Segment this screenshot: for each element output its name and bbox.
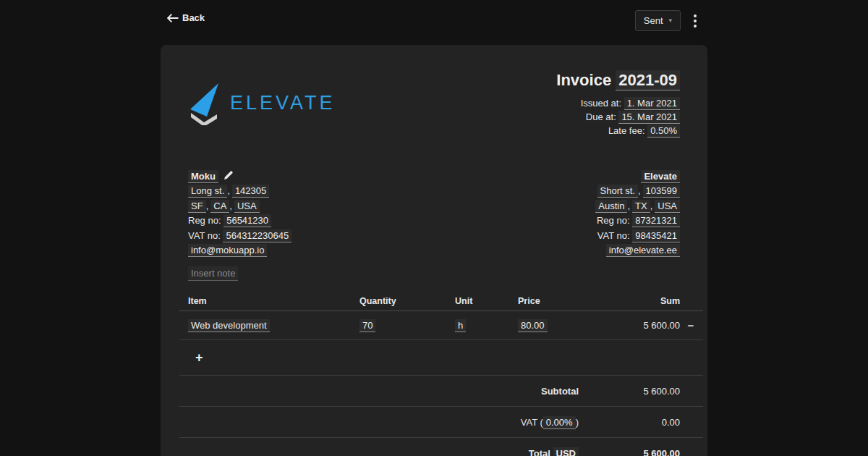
logo-wordmark: ELEVATE [230, 92, 336, 114]
recipient-street-field[interactable]: Short st. [597, 185, 638, 198]
sender-address: Moku Long st.,142305 SF,CA,USA Reg no: 5… [188, 169, 292, 258]
due-at-line: Due at: 15. Mar 2021 [556, 110, 680, 124]
invoice-card: ELEVATE Invoice 2021-09 Issued at: 1. Ma… [161, 45, 707, 456]
more-options-button[interactable] [692, 13, 698, 29]
table-header-row: Item Quantity Unit Price Sum [179, 291, 703, 311]
invoice-head: Invoice 2021-09 Issued at: 1. Mar 2021 D… [556, 71, 680, 138]
issued-at-line: Issued at: 1. Mar 2021 [556, 96, 680, 110]
recipient-address: Elevate Short st.,103599 Austin,TX,USA R… [595, 169, 680, 258]
line-items-table: Item Quantity Unit Price Sum Web develop… [179, 291, 703, 456]
back-label: Back [182, 12, 205, 23]
recipient-vat-field[interactable]: 98435421 [632, 229, 680, 242]
company-logo: ELEVATE [188, 69, 336, 138]
kebab-icon [694, 14, 697, 17]
insert-note-button[interactable]: Insert note [188, 266, 238, 281]
sender-vat-label: VAT no: [188, 230, 221, 241]
header-price: Price [518, 296, 597, 306]
sender-reg-label: Reg no: [188, 215, 221, 226]
recipient-state-field[interactable]: TX [632, 200, 650, 213]
recipient-reg-label: Reg no: [597, 215, 630, 226]
table-row: Web development 70 h 80.00 5 600.00 − [179, 311, 703, 340]
add-row-button[interactable]: + [195, 351, 203, 364]
recipient-country-field[interactable]: USA [655, 200, 680, 213]
invoice-number-field[interactable]: 2021-09 [616, 70, 680, 90]
sender-zip-field[interactable]: 142305 [232, 185, 269, 198]
sender-reg-field[interactable]: 56541230 [224, 214, 271, 227]
recipient-city-field[interactable]: Austin [595, 200, 627, 213]
sender-email-field[interactable]: info@mokuapp.io [188, 244, 267, 257]
sender-city-field[interactable]: SF [188, 200, 206, 213]
item-name-field[interactable]: Web development [188, 319, 270, 332]
sender-street-field[interactable]: Long st. [188, 185, 227, 198]
header-item: Item [188, 296, 359, 306]
vat-label-prefix: VAT ( [521, 417, 543, 428]
header-sum: Sum [597, 296, 680, 306]
sender-country-field[interactable]: USA [234, 200, 260, 213]
issued-at-field[interactable]: 1. Mar 2021 [624, 97, 680, 110]
chevron-down-icon: ▾ [669, 17, 673, 24]
status-dropdown[interactable]: Sent ▾ [635, 10, 681, 31]
late-fee-field[interactable]: 0.50% [647, 124, 680, 138]
vat-rate-field[interactable]: 0.00% [543, 416, 576, 429]
due-at-label: Due at: [586, 111, 616, 122]
issued-at-label: Issued at: [581, 98, 621, 109]
total-value: 5 600.00 [579, 448, 680, 456]
sender-state-field[interactable]: CA [210, 200, 229, 213]
total-label: Total [529, 448, 550, 456]
vat-row: VAT (0.00%) 0.00 [179, 407, 703, 438]
item-price-field[interactable]: 80.00 [518, 319, 548, 332]
item-quantity-field[interactable]: 70 [359, 319, 375, 332]
currency-field[interactable]: USD [553, 447, 579, 456]
logo-arrow-icon [188, 82, 221, 125]
recipient-zip-field[interactable]: 103599 [643, 185, 680, 198]
status-dropdown-value: Sent [644, 15, 663, 26]
item-unit-field[interactable]: h [455, 319, 466, 332]
header-unit: Unit [455, 296, 518, 306]
invoice-header: ELEVATE Invoice 2021-09 Issued at: 1. Ma… [188, 69, 680, 138]
subtotal-value: 5 600.00 [579, 386, 680, 397]
add-row-section: + [179, 340, 703, 376]
back-button[interactable]: Back [167, 12, 205, 23]
late-fee-line: Late fee: 0.50% [556, 124, 680, 138]
sender-vat-field[interactable]: 564312230645 [223, 229, 292, 242]
recipient-vat-label: VAT no: [597, 230, 630, 241]
total-row: Total USD 5 600.00 [179, 438, 703, 456]
edit-sender-button[interactable] [224, 171, 234, 182]
back-arrow-icon [167, 14, 179, 22]
vat-value: 0.00 [579, 417, 680, 428]
item-sum-value: 5 600.00 [597, 320, 680, 331]
late-fee-label: Late fee: [608, 125, 645, 136]
recipient-reg-field[interactable]: 87321321 [632, 214, 680, 227]
subtotal-label: Subtotal [179, 386, 579, 397]
sender-name-field[interactable]: Moku [188, 170, 218, 183]
invoice-title: Invoice 2021-09 [556, 71, 680, 90]
recipient-email-field[interactable]: info@elevate.ee [606, 244, 680, 257]
subtotal-row: Subtotal 5 600.00 [179, 376, 703, 407]
due-at-field[interactable]: 15. Mar 2021 [618, 111, 680, 124]
header-quantity: Quantity [359, 296, 455, 306]
recipient-name-field[interactable]: Elevate [641, 170, 680, 183]
remove-row-button[interactable]: − [680, 320, 702, 331]
